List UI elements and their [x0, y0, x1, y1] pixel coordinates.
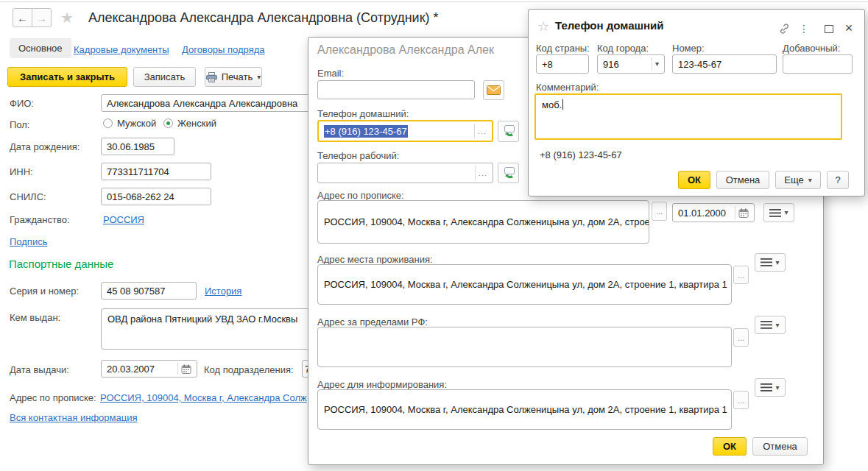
comment-value: моб. [542, 99, 562, 110]
info-address-choose-button[interactable]: ... [733, 391, 749, 409]
vertical-dots-icon: ⋮ [799, 23, 809, 35]
work-phone-choose-icon[interactable]: ... [479, 169, 487, 177]
home-phone-input[interactable]: +8 (916) 123-45-67 ... [317, 120, 493, 142]
residence-address-menu-button[interactable]: ▾ [755, 253, 786, 272]
contact-cancel-button[interactable]: Отмена [752, 437, 808, 456]
citizenship-link[interactable]: РОССИЯ [103, 214, 144, 225]
fio-input[interactable]: Александрова Александра Александровна [101, 94, 314, 112]
calendar-icon[interactable] [181, 364, 191, 374]
residence-address-choose-button[interactable]: ... [733, 266, 749, 284]
tab-contract-agreements[interactable]: Договоры подряда [182, 44, 265, 55]
envelope-icon [487, 85, 501, 95]
dlg-reg-address-value: РОССИЯ, 109004, Москва г, Александра Сол… [324, 216, 649, 227]
save-button[interactable]: Записать [133, 67, 196, 87]
residence-address-textarea[interactable]: РОССИЯ, 109004, Москва г, Александра Сол… [317, 264, 732, 305]
chevron-down-icon: ▾ [808, 177, 812, 184]
number-label: Номер: [672, 43, 705, 54]
fio-label: ФИО: [10, 98, 34, 109]
radio-circle-icon [103, 118, 113, 128]
close-icon: × [845, 21, 853, 36]
dlg-reg-address-textarea[interactable]: РОССИЯ, 109004, Москва г, Александра Сол… [317, 200, 649, 244]
gender-male-radio[interactable]: Мужской [103, 118, 156, 129]
forward-button[interactable]: → [32, 8, 52, 27]
contact-ok-button[interactable]: ОК [713, 437, 747, 456]
work-phone-dial-button[interactable] [498, 163, 519, 183]
abroad-address-choose-button[interactable]: ... [733, 328, 749, 347]
history-link[interactable]: История [205, 286, 241, 297]
home-phone-label: Телефон домашний: [317, 108, 409, 119]
reg-address-menu-button[interactable]: ▾ [763, 203, 794, 222]
more-menu-button[interactable]: ⋮ [798, 21, 810, 36]
snils-input[interactable]: 015-068-262 24 [101, 188, 211, 205]
get-link-button[interactable] [776, 21, 792, 36]
ellipsis-icon: ... [738, 271, 744, 280]
home-phone-dial-button[interactable] [498, 121, 519, 142]
info-address-value: РОССИЯ, 109004, Москва г, Александра Сол… [324, 404, 727, 415]
print-button[interactable]: Печать ▾ [205, 67, 262, 87]
abroad-address-textarea[interactable] [317, 327, 732, 367]
citizenship-label: Гражданство: [10, 214, 70, 225]
phone-ok-button[interactable]: ОК [678, 171, 710, 189]
reg-address-choose-button[interactable]: ... [652, 202, 667, 221]
back-button[interactable]: ← [13, 8, 32, 27]
radio-circle-icon [163, 118, 173, 128]
passport-series-input[interactable]: 45 08 907587 [101, 282, 197, 300]
ellipsis-icon: ... [656, 207, 663, 216]
number-input[interactable]: 123-45-67 [672, 54, 777, 74]
comment-textarea[interactable]: моб. [534, 93, 842, 140]
info-address-menu-button[interactable]: ▾ [755, 378, 786, 397]
reg-address-label: Адрес по прописке: [10, 392, 96, 403]
email-input[interactable] [317, 80, 475, 99]
phone-help-button[interactable]: ? [827, 171, 849, 189]
chevron-down-icon: ▾ [257, 74, 261, 81]
all-contact-info-link[interactable]: Вся контактная информация [10, 412, 137, 423]
gender-female-radio[interactable]: Женский [163, 118, 216, 129]
work-phone-input[interactable]: ... [317, 163, 493, 183]
inn-label: ИНН: [10, 166, 33, 177]
gender-female-label: Женский [177, 118, 216, 129]
birth-date-input[interactable]: 30.06.1985 [101, 138, 174, 155]
calendar-icon[interactable] [738, 208, 749, 218]
home-phone-dialog: ☆ Телефон домашний ⋮ × Код страны: Код г… [528, 9, 865, 196]
birth-date-label: Дата рождения: [10, 141, 80, 152]
info-address-textarea[interactable]: РОССИЯ, 109004, Москва г, Александра Сол… [317, 389, 732, 430]
abroad-address-menu-button[interactable]: ▾ [755, 316, 786, 334]
snils-label: СНИЛС: [10, 191, 46, 202]
favorite-star-outline-icon[interactable]: ☆ [537, 20, 549, 33]
home-phone-choose-icon[interactable]: ... [478, 127, 487, 135]
chevron-down-icon: ▾ [775, 322, 779, 329]
snils-value: 015-068-262 24 [107, 191, 174, 202]
inn-value: 773311711704 [107, 166, 169, 177]
reg-address-link[interactable]: РОССИЯ, 109004, Москва г, Александра Сол… [100, 392, 307, 403]
issue-date-label: Дата выдачи: [10, 364, 69, 375]
dropdown-caret-icon[interactable]: ▾ [655, 60, 659, 68]
send-email-button[interactable] [483, 80, 504, 100]
favorite-star-icon[interactable]: ★ [60, 10, 74, 25]
close-button[interactable]: × [841, 19, 857, 37]
maximize-button[interactable] [822, 22, 836, 35]
inn-input[interactable]: 773311711704 [101, 163, 211, 180]
phone-preview-text: +8 (916) 123-45-67 [540, 149, 622, 160]
residence-address-label: Адрес места проживания: [317, 254, 433, 265]
phone-more-button[interactable]: Еще ▾ [775, 171, 821, 189]
hamburger-menu-icon [769, 209, 781, 217]
page-title: Александрова Александра Александровна (С… [88, 10, 439, 26]
chevron-down-icon: ▾ [784, 209, 788, 216]
save-and-close-button[interactable]: Записать и закрыть [7, 67, 127, 87]
issue-date-input[interactable]: 20.03.2007 [101, 360, 197, 378]
phone-dialog-title: Телефон домашний [555, 19, 663, 32]
city-code-input[interactable]: 916 ▾ [597, 54, 665, 74]
passport-series-value: 45 08 907587 [107, 286, 166, 297]
issued-by-textarea[interactable]: ОВД района Пятницкий УВД ЗАО г.Москвы [101, 308, 314, 350]
issue-date-value: 20.03.2007 [107, 364, 174, 375]
phone-bubble-icon [501, 166, 516, 180]
tab-main[interactable]: Основное [10, 38, 71, 58]
signature-link[interactable]: Подпись [10, 236, 47, 247]
chevron-down-icon: ▾ [775, 384, 779, 392]
reg-date-input[interactable]: 01.01.2000 [672, 203, 755, 222]
extension-input[interactable] [783, 54, 853, 74]
forward-arrow-icon: → [36, 12, 47, 24]
phone-cancel-button[interactable]: Отмена [716, 171, 769, 189]
tab-hr-documents[interactable]: Кадровые документы [74, 44, 169, 55]
country-code-input[interactable]: +8 [536, 54, 589, 74]
